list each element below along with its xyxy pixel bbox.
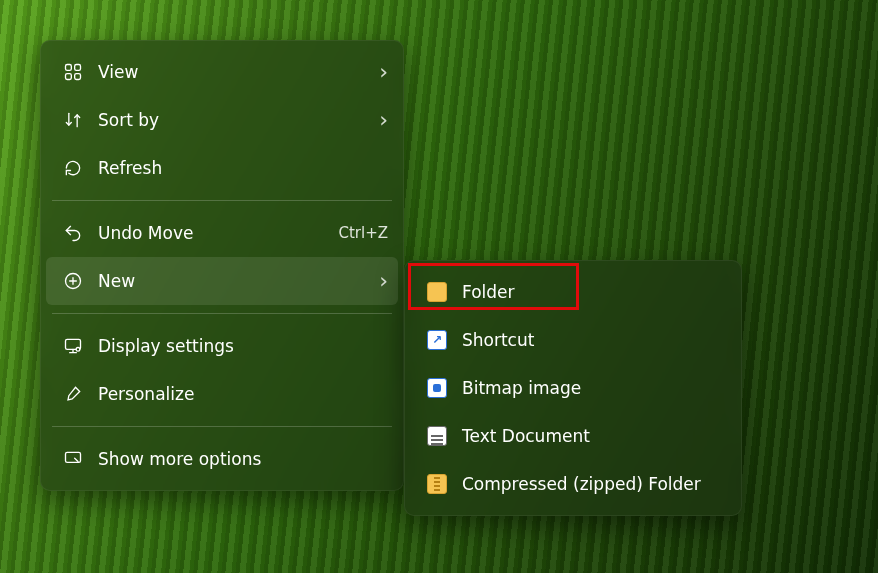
- divider: [52, 200, 392, 201]
- svg-rect-2: [66, 74, 72, 80]
- new-bitmap-label: Bitmap image: [462, 380, 726, 397]
- view-label: View: [98, 64, 379, 81]
- view-icon: [58, 62, 88, 82]
- brush-icon: [58, 384, 88, 404]
- new-shortcut-item[interactable]: ↗ Shortcut: [404, 316, 742, 364]
- new-folder-item[interactable]: Folder: [404, 268, 742, 316]
- new-folder-label: Folder: [462, 284, 726, 301]
- new-zip-label: Compressed (zipped) Folder: [462, 476, 726, 493]
- undo-shortcut: Ctrl+Z: [338, 226, 388, 241]
- new-item[interactable]: New: [46, 257, 398, 305]
- display-icon: [58, 336, 88, 356]
- context-menu: View Sort by Refresh: [40, 40, 404, 491]
- chevron-right-icon: [379, 270, 388, 292]
- new-shortcut-label: Shortcut: [462, 332, 726, 349]
- bitmap-icon: [422, 378, 452, 398]
- refresh-label: Refresh: [98, 160, 388, 177]
- display-label: Display settings: [98, 338, 388, 355]
- divider: [52, 313, 392, 314]
- sort-item[interactable]: Sort by: [40, 96, 404, 144]
- chevron-right-icon: [379, 61, 388, 83]
- personalize-item[interactable]: Personalize: [40, 370, 404, 418]
- divider: [52, 426, 392, 427]
- plus-circle-icon: [58, 271, 88, 291]
- new-label: New: [98, 273, 379, 290]
- zip-icon: [422, 474, 452, 494]
- display-settings-item[interactable]: Display settings: [40, 322, 404, 370]
- refresh-item[interactable]: Refresh: [40, 144, 404, 192]
- more-options-icon: [58, 449, 88, 469]
- text-icon: [422, 426, 452, 446]
- undo-item[interactable]: Undo Move Ctrl+Z: [40, 209, 404, 257]
- sort-icon: [58, 110, 88, 130]
- undo-label: Undo Move: [98, 225, 338, 242]
- sort-label: Sort by: [98, 112, 379, 129]
- folder-icon: [422, 282, 452, 302]
- svg-rect-1: [75, 65, 81, 71]
- more-label: Show more options: [98, 451, 388, 468]
- svg-rect-0: [66, 65, 72, 71]
- new-submenu: Folder ↗ Shortcut Bitmap image Text Docu…: [404, 260, 742, 516]
- refresh-icon: [58, 158, 88, 178]
- chevron-right-icon: [379, 109, 388, 131]
- new-text-item[interactable]: Text Document: [404, 412, 742, 460]
- show-more-item[interactable]: Show more options: [40, 435, 404, 483]
- shortcut-icon: ↗: [422, 330, 452, 350]
- new-zip-item[interactable]: Compressed (zipped) Folder: [404, 460, 742, 508]
- personalize-label: Personalize: [98, 386, 388, 403]
- new-text-label: Text Document: [462, 428, 726, 445]
- view-item[interactable]: View: [40, 48, 404, 96]
- svg-rect-3: [75, 74, 81, 80]
- new-bitmap-item[interactable]: Bitmap image: [404, 364, 742, 412]
- desktop-background: View Sort by Refresh: [0, 0, 878, 573]
- undo-icon: [58, 223, 88, 243]
- svg-point-6: [76, 348, 80, 352]
